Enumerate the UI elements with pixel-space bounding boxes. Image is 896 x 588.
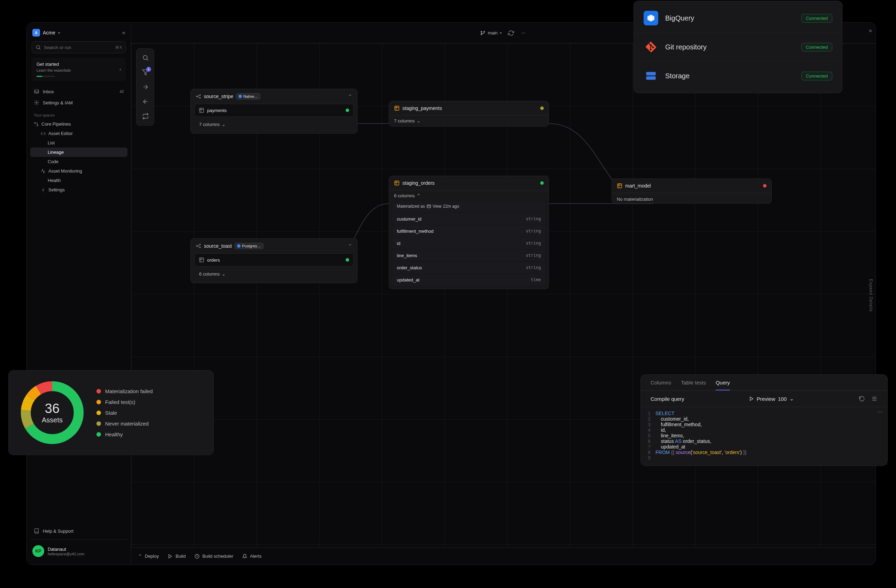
table-row-orders[interactable]: orders [194, 253, 354, 266]
tab-query[interactable]: Query [716, 380, 730, 390]
lineage-canvas[interactable]: 1 source_stripe [131, 44, 875, 547]
build-button[interactable]: Build [168, 553, 186, 559]
column-item[interactable]: idstring [393, 238, 545, 249]
svg-rect-37 [427, 205, 431, 208]
svg-rect-34 [395, 181, 399, 185]
column-item[interactable]: order_statusstring [393, 262, 545, 273]
legend-dot-icon [96, 410, 101, 415]
toolbar-filter-icon[interactable]: 1 [139, 65, 152, 79]
columns-label: 6 columns [199, 271, 219, 277]
legend-item: Never materialized [96, 421, 153, 427]
tree-asset-editor[interactable]: Asset Editor [30, 129, 127, 138]
toolbar-swap-icon[interactable] [139, 109, 152, 123]
columns-label: 6 columns [394, 193, 414, 198]
node-mart-model[interactable]: mart_model No materialization [612, 178, 772, 204]
model-icon [394, 180, 399, 186]
search-input[interactable] [41, 45, 115, 50]
node-title-label: source_stripe [204, 94, 233, 99]
source-icon [196, 243, 201, 249]
chevron-up-icon[interactable]: ⌃ [348, 94, 352, 99]
tree-lineage[interactable]: Lineage [30, 147, 127, 157]
tree-list[interactable]: List [30, 138, 127, 147]
materialization-info: Materialized as View 22m ago [393, 201, 545, 211]
nav-settings-iam[interactable]: Settings & IAM [30, 97, 127, 108]
svg-point-0 [37, 46, 40, 49]
chevron-down-icon: ⌄ [417, 118, 421, 123]
svg-point-3 [36, 102, 37, 103]
node-title-label: source_toast [204, 243, 232, 249]
column-item[interactable]: fulfillment_methodstring [393, 226, 545, 237]
collapse-sidebar-icon[interactable]: « [122, 30, 125, 36]
build-scheduler-button[interactable]: Build scheduler [195, 553, 233, 559]
column-item[interactable]: updated_attime [393, 275, 545, 285]
chevron-up-icon[interactable]: ⌃ [348, 243, 352, 249]
integration-bigquery[interactable]: BigQuery Connected [634, 4, 842, 33]
column-item[interactable]: customer_idstring [393, 214, 545, 225]
branch-selector[interactable]: main ▾ [480, 30, 501, 36]
columns-label: 7 columns [199, 122, 219, 127]
svg-rect-31 [200, 258, 204, 262]
filter-badge: 1 [146, 67, 151, 72]
search-box[interactable]: ⌘ K [32, 41, 126, 53]
list-icon[interactable] [871, 396, 878, 402]
expand-right-panel-icon[interactable]: » [869, 27, 872, 34]
integration-git[interactable]: Git repository Connected [634, 33, 842, 62]
tab-table-tests[interactable]: Table tests [681, 380, 706, 390]
columns-expand[interactable]: 7 columns ⌄ [389, 115, 549, 126]
main-area: main ▾ ⋯ » 1 [131, 23, 875, 565]
node-staging-orders[interactable]: staging_orders 6 columns ⌃ Materialized … [389, 176, 549, 289]
more-icon[interactable]: ⋯ [520, 30, 527, 36]
compile-query-button[interactable]: Compile query [651, 396, 684, 402]
adapter-pill: Postgres… [235, 243, 263, 249]
expand-details-tab[interactable]: Expand Details [866, 273, 875, 318]
column-item[interactable]: line_itemsstring [393, 250, 545, 261]
preview-button[interactable]: Preview 100 ⌄ [749, 396, 794, 402]
node-source-stripe[interactable]: source_stripe Native… ⌃ payments [190, 89, 358, 134]
workspace-name: Acme [43, 30, 55, 35]
assets-summary-card: 36 Assets Materialization failed Failed … [8, 370, 214, 455]
table-row-payments[interactable]: payments [194, 104, 354, 117]
workspace-selector[interactable]: A Acme ▾ [32, 29, 60, 36]
tree-health[interactable]: Health [30, 176, 127, 185]
svg-point-8 [481, 34, 482, 35]
tree-asset-monitoring[interactable]: Asset Monitoring [30, 166, 127, 176]
view-icon [427, 204, 431, 209]
toolbar-back-icon[interactable] [139, 95, 152, 109]
adapter-dot-icon [237, 244, 241, 248]
refresh-icon[interactable] [508, 30, 514, 36]
toolbar-search-icon[interactable] [139, 51, 152, 65]
fold-icon[interactable]: — [878, 409, 882, 414]
tree-code[interactable]: Code [30, 157, 127, 166]
help-support[interactable]: Help & Support [30, 526, 127, 536]
columns-expand[interactable]: 7 columns ⌄ [194, 119, 354, 130]
inbox-count: 42 [120, 90, 124, 94]
node-title-label: staging_orders [402, 180, 435, 186]
code-editor[interactable]: — 1SELECT 2 customer_id, 3 fulfillment_m… [641, 407, 887, 465]
tree-settings[interactable]: Settings [30, 185, 127, 194]
svg-point-6 [43, 189, 44, 191]
workspace-logo: A [32, 29, 40, 36]
history-icon[interactable] [859, 396, 865, 402]
columns-expand[interactable]: 6 columns ⌄ [194, 269, 354, 280]
get-started-progress [37, 76, 55, 77]
status-badge: Connected [802, 43, 832, 52]
alerts-button[interactable]: Alerts [242, 553, 261, 559]
tree-health-label: Health [48, 178, 61, 183]
svg-line-29 [197, 245, 200, 246]
chevron-down-icon: ⌄ [222, 122, 226, 127]
gear-icon [34, 100, 39, 105]
nav-inbox[interactable]: Inbox 42 [30, 86, 127, 97]
tree-core-pipelines[interactable]: Core Pipelines [30, 119, 127, 129]
user-menu[interactable]: KP Datanaut hellospace@y42.com [30, 542, 127, 560]
node-source-toast[interactable]: source_toast Postgres… ⌃ orders [190, 239, 358, 283]
svg-rect-50 [647, 72, 655, 75]
get-started-card[interactable]: Get started Learn the essentials › [32, 58, 126, 81]
columns-collapse[interactable]: 6 columns ⌃ [389, 190, 549, 201]
node-staging-payments[interactable]: staging_payments 7 columns ⌄ [389, 101, 549, 127]
integration-storage[interactable]: Storage Connected [634, 62, 842, 90]
adapter-label: Postgres… [242, 244, 261, 248]
svg-point-15 [196, 96, 197, 97]
toolbar-forward-icon[interactable] [139, 80, 152, 94]
deploy-button[interactable]: ⌃ Deploy [138, 553, 159, 559]
tab-columns[interactable]: Columns [651, 380, 671, 390]
